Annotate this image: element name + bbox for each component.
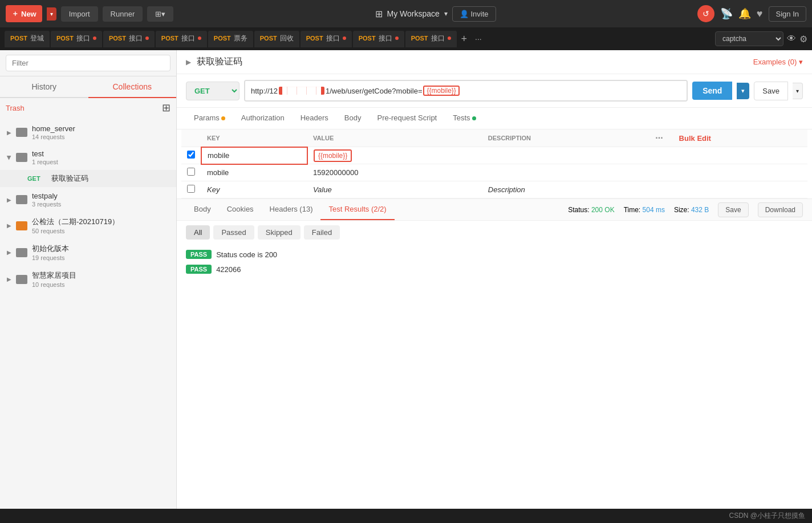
response-tabs: Body Cookies Headers (13) Test Results (… [177, 199, 812, 221]
tab-post-2[interactable]: POST 接口 [51, 31, 102, 47]
tab-post-6[interactable]: POST 回收 [254, 31, 299, 47]
tab-dot [198, 37, 201, 40]
trash-label[interactable]: Trash [6, 104, 25, 112]
resp-tab-cookies[interactable]: Cookies [219, 199, 262, 220]
sidebar-list: ▶ home_server 14 requests ▶ test 1 reque… [0, 117, 176, 509]
runner-button[interactable]: Runner [103, 6, 143, 22]
sidebar: History Collections Trash ⊞ ▶ home_serve… [0, 50, 177, 509]
param-desc-3[interactable]: Description [482, 181, 649, 198]
tab-dot [93, 37, 96, 40]
download-button[interactable]: Download [758, 202, 803, 217]
antenna-icon[interactable]: 📡 [720, 7, 733, 20]
param-checkbox-2[interactable] [187, 168, 195, 176]
signin-button[interactable]: Sign In [769, 6, 806, 22]
plus-icon: ＋ [11, 9, 19, 19]
test-results: PASS Status code is 200 PASS 422066 [177, 244, 812, 285]
tab-more-button[interactable]: ··· [472, 34, 485, 43]
tab-post-4[interactable]: POST 接口 [156, 31, 207, 47]
param-desc-1[interactable] [482, 147, 649, 164]
param-desc-2[interactable] [482, 164, 649, 181]
filter-tab-failed[interactable]: Failed [304, 225, 340, 240]
resp-tab-body[interactable]: Body [186, 199, 219, 220]
folder-icon [16, 128, 27, 137]
tab-post-7[interactable]: POST 接口 [301, 31, 352, 47]
collection-header-smarthome[interactable]: ▶ 智慧家居项目 10 requests [0, 266, 176, 293]
bell-icon[interactable]: 🔔 [738, 7, 751, 20]
param-checkbox-3[interactable] [187, 185, 195, 193]
request-tabs: Params Authorization Headers Body Pre-re… [177, 108, 812, 129]
url-input-wrapper[interactable]: http://12 ████████ 1/web/user/getCode?mo… [244, 80, 688, 102]
tab-post-3[interactable]: POST 接口 [103, 31, 155, 47]
resp-tab-headers[interactable]: Headers (13) [262, 199, 321, 220]
new-folder-button[interactable]: ⊞ [162, 102, 170, 114]
filter-tab-skipped[interactable]: Skipped [258, 225, 301, 240]
send-button[interactable]: Send [692, 82, 732, 100]
invite-button[interactable]: 👤 Invite [452, 6, 496, 22]
collection-child-get-captcha[interactable]: GET 获取验证码 [0, 170, 176, 187]
save-response-button[interactable]: Save [718, 202, 748, 217]
tab-params[interactable]: Params [186, 108, 233, 129]
tab-post-5[interactable]: POST 票务 [208, 31, 253, 47]
workspace-label: My Workspace [387, 9, 440, 18]
send-dropdown-button[interactable]: ▾ [737, 83, 749, 99]
three-dots-icon[interactable]: ··· [655, 133, 663, 143]
param-checkbox-1[interactable] [187, 151, 195, 159]
import-button[interactable]: Import [61, 6, 98, 22]
collection-item-smarthome: ▶ 智慧家居项目 10 requests [0, 266, 176, 293]
param-key-3[interactable]: Key [201, 181, 307, 198]
new-button[interactable]: ＋ New [6, 5, 42, 22]
tab-add-button[interactable]: + [458, 33, 471, 45]
chevron-icon: ▶ [7, 249, 11, 256]
col-options-header: ··· [649, 129, 673, 147]
tab-post-1[interactable]: POST 登城 [5, 31, 50, 47]
method-select[interactable]: GET POST PUT DELETE [186, 82, 239, 100]
heart-icon[interactable]: ♥ [757, 8, 763, 20]
param-value-2[interactable]: 15920000000 [307, 164, 482, 181]
url-variable: {{mobile}} [423, 86, 459, 96]
chevron-open-icon: ▶ [6, 155, 13, 160]
param-key-1[interactable]: mobile [201, 147, 307, 164]
sidebar-tab-history[interactable]: History [0, 76, 88, 97]
collection-header-init[interactable]: ▶ 初始化版本 19 requests [0, 239, 176, 266]
collection-header-testpaly[interactable]: ▶ testpaly 3 requests [0, 187, 176, 212]
tab-tests[interactable]: Tests [445, 108, 484, 129]
tab-post-8[interactable]: POST 接口 [353, 31, 404, 47]
new-dropdown-button[interactable]: ▾ [47, 7, 56, 21]
param-value-1[interactable]: {{mobile}} [307, 147, 482, 164]
sidebar-toolbar: Trash ⊞ [0, 98, 176, 117]
test-row-2: PASS 422066 [186, 265, 803, 274]
filter-tab-passed[interactable]: Passed [213, 225, 254, 240]
save-button[interactable]: Save [754, 82, 788, 100]
filter-input[interactable] [6, 55, 170, 71]
sync-icon-circle[interactable]: ↺ [697, 5, 714, 22]
tab-dot [145, 37, 149, 40]
chevron-icon: ▶ [7, 276, 11, 282]
tab-post-9[interactable]: POST 接口 [405, 31, 457, 47]
eye-icon[interactable]: 👁 [787, 34, 796, 44]
env-dropdown[interactable]: captcha production staging [715, 31, 783, 46]
settings-icon[interactable]: ⚙ [799, 34, 807, 44]
collection-header-home-server[interactable]: ▶ home_server 14 requests [0, 120, 176, 145]
tab-body[interactable]: Body [336, 108, 370, 129]
collection-header-gongjianzf[interactable]: ▶ 公检法（二期-20210719） 50 requests [0, 212, 176, 239]
save-dropdown-button[interactable]: ▾ [793, 83, 803, 99]
collection-header-test[interactable]: ▶ test 1 request [0, 145, 176, 170]
footer-text: CSDN @小桂子只想摸鱼 [729, 512, 805, 520]
param-row-1: mobile {{mobile}} [181, 147, 807, 164]
tab-pre-request-script[interactable]: Pre-request Script [369, 108, 445, 129]
resp-tab-test-results[interactable]: Test Results (2/2) [320, 199, 394, 220]
response-size: 432 B [691, 206, 709, 214]
tab-headers[interactable]: Headers [293, 108, 336, 129]
param-row-3: Key Value Description [181, 181, 807, 198]
param-value-3[interactable]: Value [307, 181, 482, 198]
sync-button[interactable]: ⊞▾ [147, 6, 173, 22]
filter-tab-all[interactable]: All [186, 225, 210, 240]
tab-authorization[interactable]: Authorization [233, 108, 293, 129]
pass-badge-2: PASS [186, 265, 212, 274]
examples-link[interactable]: Examples (0) ▾ [753, 58, 803, 66]
sidebar-tab-collections[interactable]: Collections [88, 76, 177, 98]
method-badge-get: GET [27, 175, 47, 182]
param-key-2[interactable]: mobile [201, 164, 307, 181]
bulk-edit-link[interactable]: Bulk Edit [679, 134, 711, 143]
test-message-2: 422066 [216, 265, 241, 274]
